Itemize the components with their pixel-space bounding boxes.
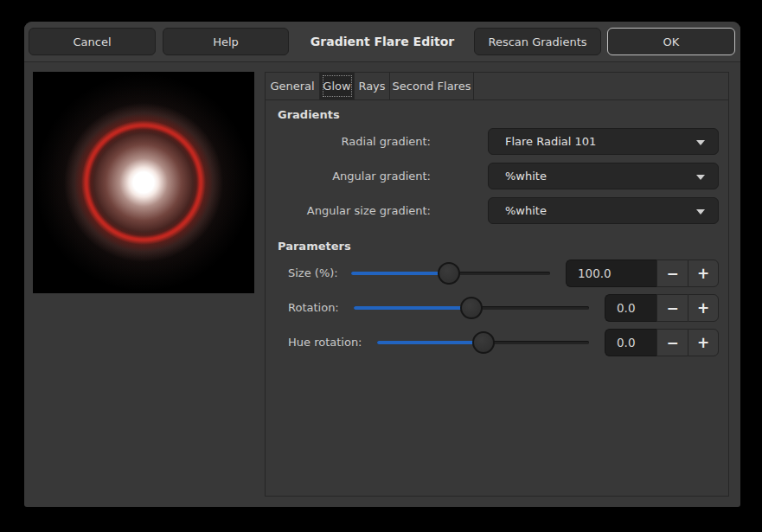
- tab-bar: General Glow Rays Second Flares: [266, 73, 728, 100]
- hue-rotation-label: Hue rotation:: [288, 329, 362, 356]
- ok-button[interactable]: OK: [607, 28, 735, 55]
- hue-rotation-row: Hue rotation: − +: [266, 329, 728, 356]
- parameters-heading: Parameters: [278, 240, 351, 253]
- rotation-decrement-button[interactable]: −: [656, 294, 688, 322]
- hue-rotation-decrement-button[interactable]: −: [656, 329, 688, 356]
- rotation-label: Rotation:: [288, 294, 339, 322]
- hue-rotation-slider-fill: [377, 341, 483, 344]
- hue-rotation-increment-button[interactable]: +: [688, 329, 719, 356]
- angular-size-gradient-select[interactable]: %white: [488, 197, 719, 224]
- tab-second-flares[interactable]: Second Flares: [390, 73, 474, 99]
- gradients-heading: Gradients: [278, 108, 340, 121]
- chevron-down-icon: [696, 209, 705, 215]
- rotation-entry[interactable]: [605, 294, 656, 322]
- size-slider-fill: [351, 272, 449, 275]
- radial-gradient-row: Radial gradient: Flare Radial 101: [266, 128, 728, 155]
- rotation-slider-fill: [354, 306, 471, 310]
- rescan-gradients-button[interactable]: Rescan Gradients: [474, 28, 601, 55]
- angular-size-gradient-value: %white: [505, 204, 547, 217]
- tab-rays[interactable]: Rays: [355, 73, 390, 99]
- size-row: Size (%): − +: [266, 260, 728, 287]
- hue-rotation-slider-handle[interactable]: [472, 331, 495, 354]
- flare-preview-image: [33, 72, 254, 293]
- size-slider[interactable]: [351, 260, 550, 287]
- cancel-button[interactable]: Cancel: [29, 28, 156, 55]
- glow-tab-panel: Gradients Radial gradient: Flare Radial …: [266, 99, 728, 496]
- radial-gradient-select[interactable]: Flare Radial 101: [488, 128, 719, 155]
- rotation-slider-handle[interactable]: [460, 297, 483, 319]
- size-entry[interactable]: [566, 260, 656, 287]
- rotation-row: Rotation: − +: [266, 294, 728, 322]
- chevron-down-icon: [696, 175, 705, 180]
- chevron-down-icon: [696, 140, 705, 145]
- help-button[interactable]: Help: [163, 28, 289, 55]
- flare-preview: [33, 72, 254, 293]
- rotation-increment-button[interactable]: +: [688, 294, 719, 322]
- hue-rotation-entry[interactable]: [605, 329, 656, 356]
- radial-gradient-label: Radial gradient:: [278, 128, 431, 155]
- editor-notebook: General Glow Rays Second Flares Gradient…: [265, 72, 729, 497]
- angular-size-gradient-label: Angular size gradient:: [278, 197, 431, 224]
- rotation-slider[interactable]: [354, 294, 589, 322]
- tab-glow[interactable]: Glow: [320, 73, 355, 99]
- tab-general[interactable]: General: [266, 73, 320, 99]
- size-slider-handle[interactable]: [438, 262, 460, 285]
- titlebar[interactable]: Cancel Help Gradient Flare Editor Rescan…: [24, 22, 740, 62]
- size-increment-button[interactable]: +: [688, 260, 719, 287]
- size-decrement-button[interactable]: −: [656, 260, 688, 287]
- size-label: Size (%):: [288, 260, 338, 287]
- angular-gradient-row: Angular gradient: %white: [266, 163, 728, 189]
- gradient-flare-editor-window: Cancel Help Gradient Flare Editor Rescan…: [24, 22, 740, 507]
- hue-rotation-slider[interactable]: [377, 329, 589, 356]
- angular-gradient-value: %white: [505, 170, 547, 183]
- angular-gradient-select[interactable]: %white: [488, 163, 719, 189]
- angular-gradient-label: Angular gradient:: [278, 163, 431, 189]
- angular-size-gradient-row: Angular size gradient: %white: [266, 197, 728, 224]
- radial-gradient-value: Flare Radial 101: [505, 135, 596, 148]
